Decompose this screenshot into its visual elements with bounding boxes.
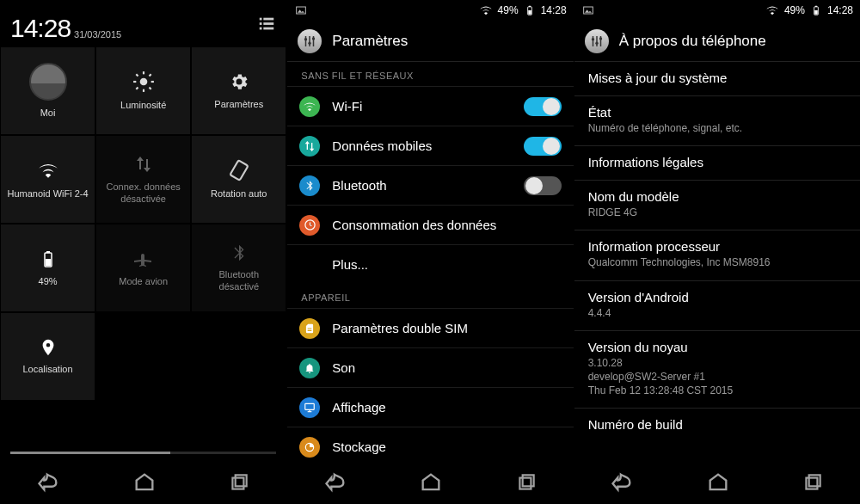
row-mobile-data[interactable]: Données mobiles	[287, 126, 573, 165]
nav-recent-icon[interactable]	[802, 471, 824, 494]
tile-battery[interactable]: 49%	[0, 224, 95, 312]
nav-back-icon[interactable]	[610, 470, 634, 495]
clock-icon	[299, 215, 320, 236]
row-dual-sim[interactable]: Paramètres double SIM	[287, 308, 573, 347]
appbar-title: Paramètres	[332, 33, 408, 50]
about-phone-screen: 49% 14:28 À propos du téléphone Mises à …	[574, 0, 860, 504]
data-arrows-icon	[133, 154, 154, 175]
tile-label: Paramètres	[214, 99, 263, 110]
row-build-number[interactable]: Numéro de build	[574, 409, 860, 435]
clock-time: 14:28	[10, 14, 71, 43]
row-legal[interactable]: Informations légales	[574, 146, 860, 181]
quick-settings-panel: 14:28 31/03/2015 Moi Luminosité Paramètr…	[0, 0, 286, 504]
gear-icon	[229, 71, 249, 92]
row-label: Données mobiles	[332, 138, 511, 153]
wifi-icon	[299, 96, 320, 117]
appbar: Paramètres	[287, 21, 573, 62]
airplane-icon	[133, 249, 154, 269]
tile-settings[interactable]: Paramètres	[191, 46, 286, 135]
toggle-mobile-data[interactable]	[524, 137, 562, 156]
row-status[interactable]: État Numéro de téléphone, signal, etc.	[574, 96, 860, 146]
row-cpu[interactable]: Information processeur Qualcomm Technolo…	[574, 230, 860, 280]
row-kernel-version[interactable]: Version du noyau 3.10.28 develop@SW2-Ser…	[574, 331, 860, 409]
tile-airplane[interactable]: Mode avion	[95, 224, 191, 312]
brightness-icon	[132, 71, 155, 93]
tile-bluetooth[interactable]: Bluetooth désactivé	[191, 224, 286, 312]
toggle-wifi[interactable]	[524, 97, 562, 116]
tile-me[interactable]: Moi	[0, 46, 95, 135]
row-label: Paramètres double SIM	[332, 321, 561, 335]
location-icon	[39, 338, 58, 357]
row-model[interactable]: Nom du modèle RIDGE 4G	[574, 181, 860, 230]
status-time: 14:28	[827, 4, 853, 16]
tile-wifi[interactable]: Humanoid WiFi 2-4	[0, 135, 95, 224]
row-display[interactable]: Affichage	[287, 387, 573, 427]
settings-screen: 49% 14:28 Paramètres SANS FIL ET RÉSEAUX…	[286, 0, 573, 504]
tile-rotation[interactable]: Rotation auto	[191, 135, 286, 224]
settings-app-icon	[298, 29, 322, 53]
status-battery-pct: 49%	[784, 4, 805, 16]
row-label: Affichage	[332, 400, 561, 415]
monitor-icon	[299, 397, 320, 418]
tile-label: Localisation	[23, 364, 73, 375]
tile-label: 49%	[39, 276, 58, 287]
appbar-title: À propos du téléphone	[619, 33, 766, 50]
row-label: Bluetooth	[332, 178, 511, 193]
tile-location[interactable]: Localisation	[0, 312, 95, 401]
tile-label: Moi	[40, 108, 56, 119]
tile-brightness[interactable]: Luminosité	[95, 46, 191, 135]
section-header-wireless: SANS FIL ET RÉSEAUX	[287, 62, 573, 86]
navbar	[287, 461, 573, 504]
gallery-notification-icon	[294, 3, 308, 17]
row-label: Consommation des données	[332, 218, 561, 232]
bluetooth-icon	[299, 175, 320, 196]
navbar	[574, 461, 860, 504]
row-label: Plus...	[332, 257, 561, 272]
data-arrows-icon	[299, 136, 320, 157]
nav-back-icon[interactable]	[323, 470, 347, 495]
scroll-indicator	[10, 452, 276, 454]
tile-label: Mode avion	[119, 276, 168, 287]
row-label: Son	[332, 360, 561, 375]
toggle-bluetooth[interactable]	[524, 176, 562, 195]
wifi-icon	[37, 159, 59, 181]
bell-icon	[299, 358, 320, 378]
tile-label: Humanoid WiFi 2-4	[7, 188, 88, 200]
settings-app-icon	[585, 29, 609, 53]
appbar: À propos du téléphone	[574, 21, 860, 62]
avatar-icon	[29, 63, 67, 101]
navbar	[0, 461, 286, 504]
row-bluetooth[interactable]: Bluetooth	[287, 165, 573, 205]
row-more[interactable]: Plus...	[287, 244, 573, 284]
status-battery-icon	[524, 4, 536, 16]
row-wifi[interactable]: Wi-Fi	[287, 86, 573, 126]
sim-icon	[299, 318, 320, 339]
tile-label: Luminosité	[120, 100, 166, 111]
nav-home-icon[interactable]	[706, 470, 730, 495]
battery-icon	[38, 249, 58, 269]
row-sound[interactable]: Son	[287, 347, 573, 387]
tile-label: Rotation auto	[211, 188, 267, 200]
nav-back-icon[interactable]	[36, 470, 60, 495]
nav-home-icon[interactable]	[419, 470, 443, 495]
bluetooth-icon	[230, 243, 249, 262]
nav-home-icon[interactable]	[132, 470, 157, 495]
quick-settings-toggle-icon[interactable]	[257, 15, 276, 34]
row-data-usage[interactable]: Consommation des données	[287, 205, 573, 244]
row-android-version[interactable]: Version d'Android 4.4.4	[574, 281, 860, 331]
status-wifi-icon	[479, 3, 493, 17]
nav-recent-icon[interactable]	[515, 471, 538, 494]
nav-recent-icon[interactable]	[228, 471, 250, 494]
tile-label: Connex. données désactivée	[107, 181, 181, 204]
tile-mobile-data[interactable]: Connex. données désactivée	[95, 135, 191, 224]
status-bar: 49% 14:28	[287, 0, 573, 21]
tile-label: Bluetooth désactivé	[219, 269, 259, 292]
status-bar: 49% 14:28	[574, 0, 860, 21]
storage-icon	[299, 437, 320, 458]
gallery-notification-icon	[581, 3, 595, 17]
section-header-device: APPAREIL	[287, 284, 573, 308]
row-system-updates[interactable]: Mises à jour du système	[574, 62, 860, 96]
status-battery-icon	[810, 4, 822, 16]
rotation-icon	[228, 159, 250, 181]
clock-date: 31/03/2015	[74, 29, 121, 40]
